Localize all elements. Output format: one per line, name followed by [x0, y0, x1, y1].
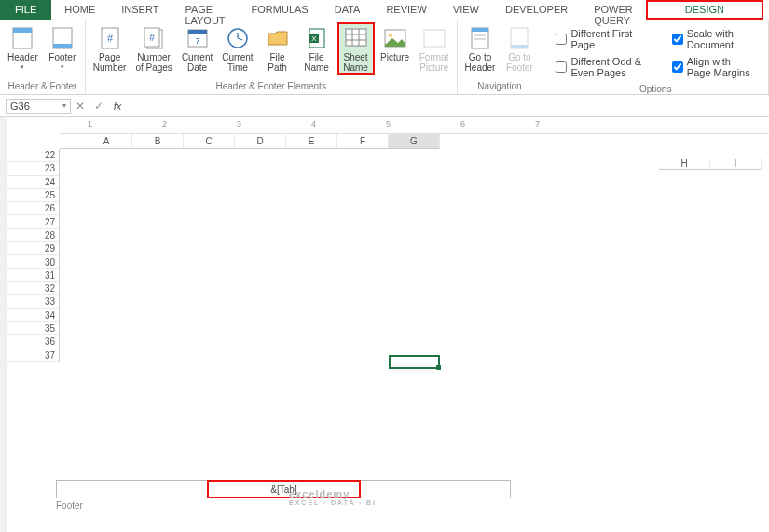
btn-label: File Name [304, 52, 329, 73]
tab-developer[interactable]: DEVELOPER [492, 0, 581, 20]
checkbox-icon[interactable] [556, 61, 567, 73]
footer-label: Footer [48, 52, 76, 62]
active-cell[interactable] [389, 355, 440, 369]
column-header[interactable]: H [659, 158, 710, 170]
svg-rect-31 [511, 45, 528, 48]
row-header[interactable]: 26 [7, 202, 60, 215]
ruler-mark: 6 [460, 119, 465, 129]
dropdown-icon: ▾ [61, 63, 64, 71]
row-header[interactable]: 31 [7, 269, 60, 282]
ruler-mark: 5 [386, 119, 391, 129]
tab-power-query[interactable]: POWER QUERY [581, 0, 646, 20]
row-header[interactable]: 30 [7, 255, 60, 268]
btn-label: Current Time [222, 52, 253, 73]
header-button[interactable]: Header▾ [4, 22, 42, 73]
picture-button[interactable]: Picture [377, 22, 414, 64]
horizontal-ruler: 1234567 [60, 117, 769, 134]
tab-page-layout[interactable]: PAGE LAYOUT [172, 0, 238, 20]
btn-label: Page Number [93, 52, 127, 73]
row-header[interactable]: 36 [7, 335, 60, 348]
different-first-page-checkbox[interactable]: Different First Page [556, 28, 651, 50]
cancel-icon[interactable]: ✕ [71, 100, 89, 113]
watermark-sub: EXCEL · DATA · BI [289, 499, 377, 506]
footer-section[interactable]: &[Tab] [56, 480, 511, 498]
checkbox-icon[interactable] [556, 34, 567, 45]
footer-right-segment[interactable] [360, 481, 510, 498]
column-header[interactable]: F [337, 134, 389, 149]
column-header[interactable]: G [389, 134, 440, 149]
svg-rect-10 [188, 30, 207, 34]
footer-left-segment[interactable] [57, 481, 208, 498]
page-number-button[interactable]: #Page Number [89, 22, 130, 75]
column-header[interactable]: B [132, 134, 184, 149]
row-header[interactable]: 27 [7, 215, 60, 228]
scale-with-document-checkbox[interactable]: Scale with Document [672, 28, 755, 50]
file-path-button[interactable]: File Path [259, 22, 296, 75]
formula-input[interactable] [127, 99, 769, 114]
row-header[interactable]: 28 [7, 229, 60, 242]
svg-rect-25 [424, 30, 445, 47]
group-label: Options [546, 84, 764, 96]
row-header[interactable]: 24 [7, 176, 60, 189]
fx-icon[interactable]: fx [108, 101, 127, 112]
tab-data[interactable]: DATA [322, 0, 374, 20]
dropdown-icon[interactable]: ▾ [62, 102, 66, 110]
row-header[interactable]: 37 [7, 348, 60, 361]
row-header[interactable]: 32 [7, 282, 60, 295]
excel-file-icon: X [304, 25, 330, 51]
chk-label: Scale with Document [687, 28, 755, 50]
chk-label: Align with Page Margins [687, 56, 755, 78]
row-header[interactable]: 29 [7, 242, 60, 255]
column-header[interactable]: D [235, 134, 286, 149]
svg-text:7: 7 [195, 36, 199, 46]
row-header[interactable]: 23 [7, 162, 60, 175]
ruler-mark: 3 [237, 119, 241, 129]
column-header[interactable]: A [81, 134, 132, 149]
number-of-pages-button[interactable]: #Number of Pages [131, 22, 175, 75]
enter-icon[interactable]: ✓ [89, 100, 108, 113]
tab-home[interactable]: HOME [51, 0, 108, 20]
current-date-button[interactable]: 7Current Date [178, 22, 216, 75]
tab-insert[interactable]: INSERT [108, 0, 172, 20]
current-time-button[interactable]: Current Time [218, 22, 256, 75]
different-odd-even-checkbox[interactable]: Different Odd & Even Pages [556, 56, 651, 78]
format-picture-icon [421, 25, 447, 51]
row-header[interactable]: 34 [7, 309, 60, 322]
checkbox-icon[interactable] [672, 34, 683, 45]
svg-text:#: # [107, 33, 114, 44]
goto-header-icon [467, 25, 493, 51]
checkbox-icon[interactable] [672, 61, 683, 73]
goto-header-button[interactable]: Go to Header [461, 22, 500, 75]
column-header[interactable]: E [286, 134, 337, 149]
btn-label: Format Picture [419, 52, 449, 73]
name-box-text: G36 [10, 101, 30, 112]
ruler-mark: 7 [535, 119, 540, 129]
tab-formulas[interactable]: FORMULAS [239, 0, 322, 20]
column-header[interactable]: I [710, 158, 762, 170]
row-header[interactable]: 25 [7, 189, 60, 202]
row-header[interactable]: 22 [7, 149, 60, 162]
sheet-name-button[interactable]: Sheet Name [337, 22, 375, 75]
svg-text:#: # [149, 33, 155, 43]
name-box[interactable]: G36▾ [6, 99, 71, 114]
ruler-mark: 2 [162, 119, 167, 129]
tab-view[interactable]: VIEW [440, 0, 492, 20]
left-gutter [0, 117, 7, 532]
align-with-margins-checkbox[interactable]: Align with Page Margins [672, 56, 755, 78]
tab-file[interactable]: FILE [0, 0, 51, 20]
watermark-main: exceldemy [289, 488, 350, 499]
svg-rect-27 [472, 28, 488, 32]
file-name-button[interactable]: XFile Name [298, 22, 336, 75]
dropdown-icon: ▾ [21, 63, 24, 71]
column-header[interactable]: C [184, 134, 235, 149]
tab-review[interactable]: REVIEW [373, 0, 439, 20]
ribbon-tabs: FILE HOME INSERT PAGE LAYOUT FORMULAS DA… [0, 0, 769, 20]
row-header[interactable]: 33 [7, 295, 60, 308]
svg-text:X: X [311, 34, 317, 43]
chk-label: Different Odd & Even Pages [570, 56, 651, 78]
btn-label: Go to Header [465, 52, 496, 73]
tab-design[interactable]: DESIGN [646, 0, 763, 20]
row-header[interactable]: 35 [7, 322, 60, 335]
footer-button[interactable]: Footer▾ [44, 22, 81, 73]
btn-label: Current Date [182, 52, 213, 73]
